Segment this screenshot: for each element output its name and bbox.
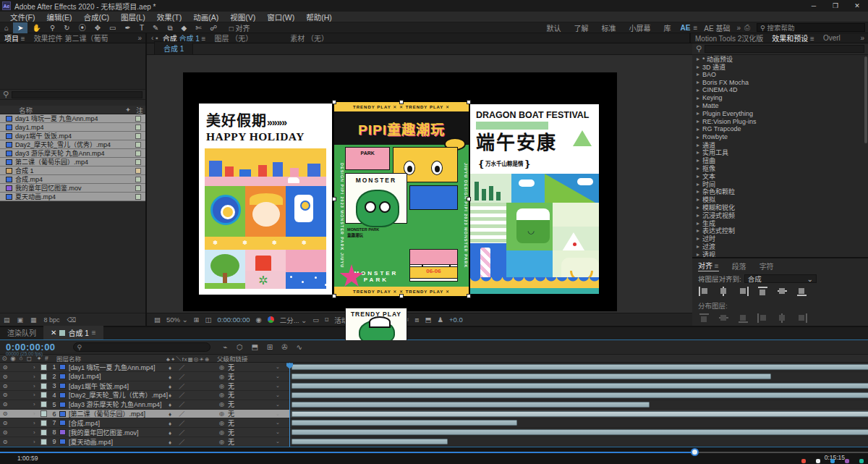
layer-switches[interactable]: ♦ ／ [169,410,219,418]
pickwhip-icon[interactable]: ◎ [219,401,228,408]
layer-switches[interactable]: ♦ ／ [169,429,219,436]
chevron-right-icon[interactable]: ▸ [697,243,699,250]
tab-overlay[interactable]: Overl [819,34,845,42]
layer-row[interactable]: ⊙ › 8 [我的童年回忆图鉴.mov] ♦ ／ ◎ 无 ⌄ [0,428,289,437]
tab-paragraph[interactable]: 段落 [732,261,746,271]
selection-handle[interactable] [467,197,471,201]
layer-row[interactable]: ⊙ › 4 [Day2_摩天轮_雪儿（优秀）.mp4] ♦ ／ ◎ 无 ⌄ [0,391,289,400]
selection-handle[interactable] [467,100,471,104]
parent-dropdown[interactable]: 无 [228,437,276,447]
workspace-item[interactable]: 了解 [568,22,595,33]
minimize-button[interactable]: ─ [803,0,825,12]
layer-switches[interactable]: ♦ ／ [169,419,219,427]
layer-row[interactable]: ⊙ › 2 [day1.mp4] ♦ ／ ◎ 无 ⌄ [0,372,289,381]
resolution-dropdown[interactable]: 二分... ⌄ [280,315,307,325]
expand-chevron-icon[interactable]: › [33,392,41,398]
layer-duration-bar[interactable] [292,429,868,435]
tab-footage[interactable]: 素材 （无） [286,33,333,43]
chevron-right-icon[interactable]: ▸ [697,173,699,180]
magnification-dropdown[interactable]: 50% ⌄ [166,316,188,324]
parent-dropdown[interactable]: 无 [228,428,276,437]
eye-icon[interactable]: ⊙ [0,374,10,380]
eraser-tool-icon[interactable]: ◆ [177,22,192,33]
chevron-right-icon[interactable]: ▸ [697,87,699,93]
parent-dropdown[interactable]: 无 [228,409,276,418]
pickwhip-icon[interactable]: ◎ [219,374,228,380]
workspace-item[interactable]: 默认 [540,22,568,33]
tab-effects-presets[interactable]: 效果和预设 ≡ [767,33,819,44]
layer-row[interactable]: ⊙ › 1 [day1 嗨玩一夏 九鱼Ann.mp4] ♦ ／ ◎ 无 ⌄ [0,363,289,372]
color-depth-button[interactable]: 8 bpc [44,316,60,324]
expand-chevron-icon[interactable]: › [33,364,41,371]
expand-chevron-icon[interactable]: › [33,439,41,445]
layer-switches[interactable]: ♦ ／ [169,391,219,399]
chevron-right-icon[interactable]: ▸ [697,188,699,195]
chevron-down-icon[interactable]: ⌄ [276,420,280,426]
eye-icon[interactable]: ⊙ [0,392,10,398]
puppet-tool-icon[interactable]: ☍ [206,22,222,33]
tab-motion-tools[interactable]: Motion Tools 2汉化版 [691,33,767,43]
selected-layer-poster-pipi[interactable]: TRENDY PLAY ✕ ✕ TRENDY PLAY ✕ PIPI童趣潮玩 D… [334,102,469,296]
layer-color-swatch[interactable] [41,374,47,380]
taskbar-app-icon[interactable] [816,459,820,463]
layer-duration-bar[interactable] [292,402,650,408]
pickwhip-icon[interactable]: ◎ [219,383,228,389]
effects-category-row[interactable]: ▸ CINEMA 4D [692,86,868,94]
effects-category-row[interactable]: ▸ BAO [692,71,868,79]
label-color-swatch[interactable] [135,151,141,156]
expand-chevron-icon[interactable]: › [33,383,41,389]
effects-category-row[interactable]: ▸ Plugin Everything [692,109,868,117]
eye-icon[interactable]: ⊙ [0,383,10,389]
parent-dropdown[interactable]: 无 [228,381,276,391]
layer-row[interactable]: ⊙ › 3 [day1端午 饭饭.mp4] ♦ ／ ◎ 无 ⌄ [0,381,289,391]
project-item-row[interactable]: day1 嗨玩一夏 九鱼Ann.mp4 [0,114,145,123]
parent-dropdown[interactable]: 无 [228,400,276,409]
rotate-tool-icon[interactable]: ↻ [59,22,74,33]
composition-mini-flowchart-icon[interactable]: ⌁ [224,343,228,351]
layer-row[interactable]: ⊙ › 6 [第二课（葡萄乐园）.mp4] ♦ ／ ◎ 无 ⌄ [0,410,289,419]
frame-blending-icon[interactable]: ⊞ [267,343,273,351]
workspace-item[interactable]: 小屏幕 [623,22,658,33]
layer-color-swatch[interactable] [41,439,47,445]
label-color-swatch[interactable] [135,159,141,165]
hand-tool-icon[interactable]: ✋ [27,22,45,33]
timeline-jump-icon[interactable]: ⬒ [425,316,432,324]
graph-editor-icon[interactable]: ∿ [297,343,302,351]
taskbar-app-icon[interactable] [859,459,864,463]
layer-switches[interactable]: ♦ ／ [169,363,219,371]
chevron-right-icon[interactable]: ▸ [697,251,699,257]
chevron-right-icon[interactable]: ▸ [697,126,699,132]
pickwhip-icon[interactable]: ◎ [219,410,228,417]
layer-switches[interactable]: ♦ ／ [169,438,219,446]
tab-overflow-icon[interactable]: » [134,34,145,42]
playhead-line[interactable] [289,363,290,447]
effects-category-row[interactable]: ▸ 表达式控制 [692,227,868,235]
effects-category-row[interactable]: ▸ 沉浸式视频 [692,211,868,219]
layer-color-swatch[interactable] [41,383,47,389]
chevron-right-icon[interactable]: ▸ [697,103,699,109]
scrollbar[interactable] [864,56,867,143]
selection-handle[interactable] [467,294,471,298]
effects-category-row[interactable]: ▸ 扭曲 [692,156,868,164]
column-note[interactable]: 注 [134,105,145,115]
chevron-down-icon[interactable]: ⌄ [276,392,280,398]
pickwhip-icon[interactable]: ◎ [219,364,228,371]
mask-visibility-icon[interactable]: ◫ [205,316,212,324]
layer-color-swatch[interactable] [41,401,47,408]
motion-blur-icon[interactable]: ✇ [281,343,287,351]
layer-row[interactable]: ⊙ › 5 [day3 游乐摩天轮 九鱼Ann.mp4] ♦ ／ ◎ 无 ⌄ [0,400,289,410]
distribute-top-button[interactable] [698,313,710,323]
layer-duration-bar[interactable] [292,374,771,379]
menu-item[interactable]: 编辑(E) [41,12,77,22]
expand-chevron-icon[interactable]: › [33,420,41,426]
flowchart-icon[interactable]: ♟ [438,316,444,324]
timeline-search-input[interactable]: ⚲ [73,342,210,352]
draft-3d-icon[interactable]: ⬡ [237,343,243,351]
fast-previews-icon[interactable]: ⧈ [414,316,419,324]
eye-icon[interactable]: ⊙ [0,401,10,408]
eye-icon[interactable]: ⊙ [0,439,10,445]
tab-layer[interactable]: 图层 （无） [210,33,257,43]
distribute-left-button[interactable] [757,313,769,323]
layer-duration-bar[interactable] [292,364,868,370]
menu-item[interactable]: 窗口(W) [261,12,300,22]
